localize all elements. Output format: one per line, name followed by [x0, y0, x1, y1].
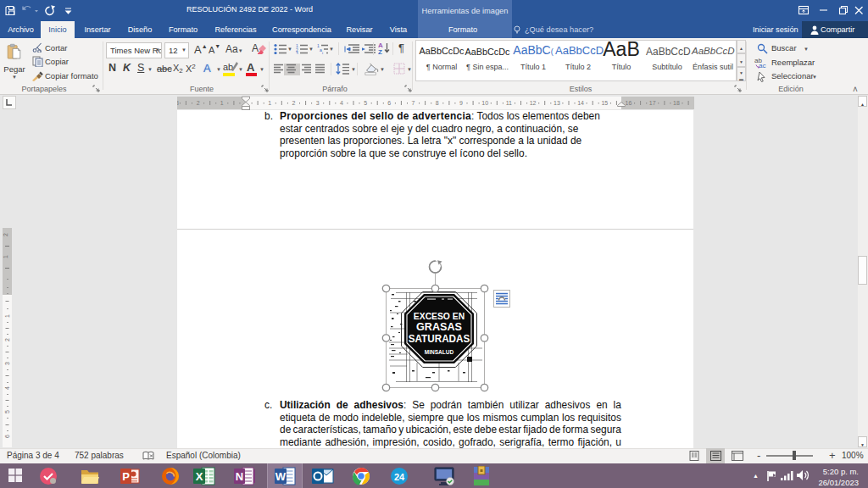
svg-text:3: 3	[296, 51, 298, 55]
svg-text:X: X	[196, 470, 203, 483]
svg-text:W: W	[275, 470, 287, 483]
svg-text:24: 24	[394, 472, 405, 482]
svg-text:P: P	[122, 470, 130, 483]
svg-text:ac: ac	[759, 62, 765, 69]
svg-text:N: N	[236, 470, 243, 483]
svg-text:A: A	[252, 42, 259, 54]
svg-text:Z: Z	[378, 48, 382, 55]
svg-text:i: i	[322, 51, 323, 55]
